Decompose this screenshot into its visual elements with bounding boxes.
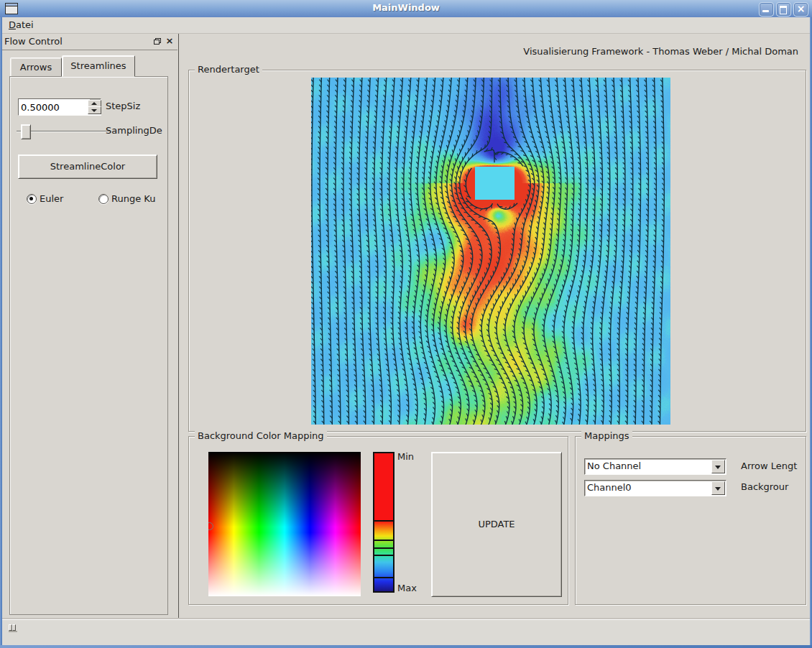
colorbar-divider (374, 540, 393, 541)
maximize-button[interactable] (776, 2, 791, 17)
combo-dropdown-button[interactable] (711, 460, 725, 473)
app-caption: Visualisierung Framework - Thomas Weber … (523, 46, 798, 57)
mappings-group-title: Mappings (581, 430, 632, 441)
tab-arrows[interactable]: Arrows (10, 57, 62, 77)
colorbar-divider (374, 520, 393, 522)
background-label: Backgrour (741, 481, 788, 492)
status-bar (0, 619, 812, 646)
arrow-length-label: Arrow Lengt (741, 460, 797, 471)
background-combo-value: Channel0 (587, 482, 711, 493)
spin-down-icon (91, 109, 97, 112)
rendertarget-group-title: Rendertarget (195, 64, 262, 75)
title-bar[interactable]: MainWindow × (0, 0, 812, 18)
bg-color-mapping-group: Background Color Mapping Min Max UPDATE (188, 436, 568, 605)
arrow-length-combo[interactable]: No Channel (584, 458, 726, 475)
combo-dropdown-button[interactable] (711, 481, 725, 495)
spin-up-icon (91, 102, 97, 105)
rendertarget-group: Rendertarget (188, 70, 806, 432)
colorbar-divider (374, 555, 393, 556)
min-label: Min (397, 451, 414, 462)
arrow-length-combo-value: No Channel (587, 460, 711, 471)
flow-control-dock: Flow Control × Arrows Streamlines StepSi… (0, 34, 179, 619)
chevron-down-icon (715, 466, 721, 469)
update-button[interactable]: UPDATE (431, 452, 562, 597)
step-size-input[interactable] (19, 99, 90, 115)
lightness-gradient (208, 452, 361, 596)
radio-euler-label[interactable]: Euler (40, 193, 63, 204)
dock-float-icon[interactable] (154, 38, 161, 45)
hue-lightness-picker[interactable] (208, 452, 361, 596)
slider-handle[interactable] (21, 124, 31, 139)
dock-title: Flow Control (4, 36, 63, 47)
close-icon: × (794, 3, 808, 15)
tab-streamlines[interactable]: Streamlines (62, 55, 135, 77)
window-title: MainWindow (0, 2, 812, 13)
background-combo[interactable]: Channel0 (584, 480, 726, 496)
flow-canvas (311, 78, 670, 425)
streamlines-tab-pane: StepSiz SamplingDe StreamlineColor Euler… (9, 76, 168, 615)
minimize-icon (762, 10, 769, 12)
maximize-icon (780, 6, 787, 14)
max-label: Max (397, 583, 417, 593)
step-size-label: StepSiz (106, 101, 140, 111)
menu-bar: Datei (0, 17, 812, 34)
bg-color-mapping-title: Background Color Mapping (195, 430, 327, 441)
colorbar-divider (374, 577, 393, 578)
chevron-down-icon (715, 487, 721, 491)
toolbar-handle-icon[interactable] (9, 624, 17, 632)
window-border-bottom (0, 645, 812, 648)
dock-title-bar[interactable]: Flow Control × (0, 34, 177, 50)
radio-dot (29, 197, 33, 200)
menu-item-datei[interactable]: Datei (4, 18, 38, 32)
transfer-colorbar[interactable] (373, 452, 395, 593)
step-size-spinbox[interactable] (18, 98, 101, 116)
minimize-button[interactable] (759, 2, 774, 17)
mappings-group: Mappings No Channel Arrow Lengt Channel0… (575, 436, 806, 605)
radio-euler[interactable] (27, 194, 37, 204)
main-window: MainWindow × Datei Flow Control × Arrows… (0, 0, 812, 648)
colorbar-divider (374, 547, 393, 549)
window-border-left (0, 17, 2, 648)
dock-close-icon[interactable]: × (165, 35, 175, 47)
sampling-label: SamplingDe (106, 125, 162, 136)
radio-runge-kutta-label[interactable]: Runge Ku (111, 193, 155, 204)
streamline-color-button[interactable]: StreamlineColor (18, 154, 157, 179)
spin-down-button[interactable] (88, 106, 101, 114)
radio-runge-kutta[interactable] (98, 194, 109, 204)
sampling-slider[interactable] (17, 124, 111, 139)
close-button[interactable]: × (793, 2, 808, 17)
